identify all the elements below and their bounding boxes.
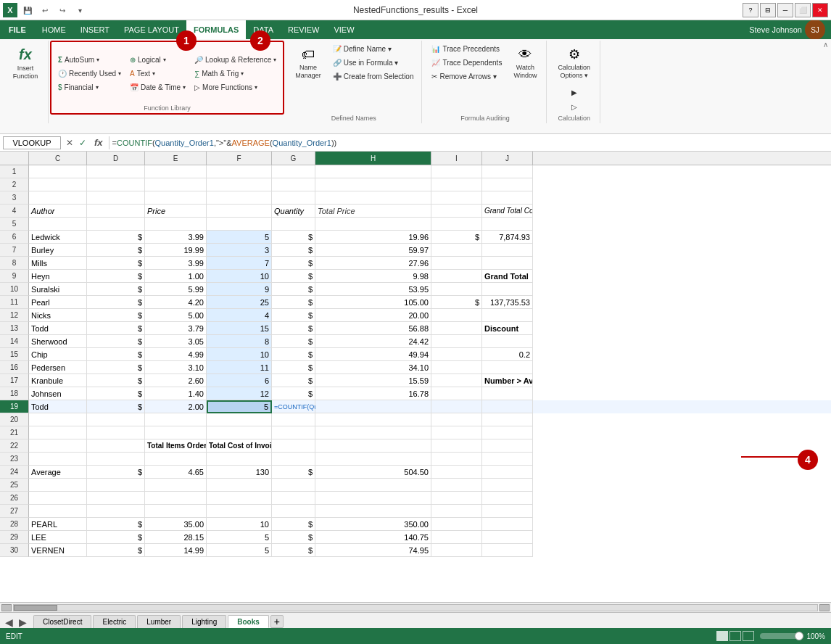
function-library-group: Σ AutoSum▾ 🕐 Recently Used▾ $ Financial▾ [50, 41, 284, 115]
table-row [29, 505, 831, 518]
create-from-selection-btn[interactable]: ➕ Create from Selection [329, 70, 418, 83]
ribbon-toggle-btn[interactable]: ⊟ [760, 3, 776, 17]
col-header-i[interactable]: I [431, 152, 482, 165]
more-functions-btn[interactable]: ▷ More Functions▾ [191, 80, 280, 94]
tab-closetdirect[interactable]: ClosetDirect [33, 615, 91, 628]
next-sheet-btn[interactable]: ▶ [17, 616, 29, 628]
normal-view-btn[interactable] [716, 631, 728, 641]
status-right: 100% [716, 631, 825, 641]
calc-now-btn[interactable]: ▶ [568, 86, 581, 99]
math-trig-btn[interactable]: ∑ Math & Trig▾ [191, 67, 280, 80]
cell-g2[interactable] [272, 178, 315, 191]
table-row: Ledwick $ 3.99 5 $ 19.96 $ 7,874.93 [29, 231, 831, 244]
cell-h2[interactable] [315, 178, 431, 191]
calc-options-btn[interactable]: ⚙ CalculationOptions ▾ [553, 42, 595, 84]
page-layout-view-btn[interactable] [729, 631, 741, 641]
page-break-view-btn[interactable] [743, 631, 754, 641]
cell-h1[interactable] [315, 165, 431, 178]
remove-arrows-btn[interactable]: ✂ Remove Arrows ▾ [428, 70, 505, 83]
col2-buttons: ⊕ Logical▾ A Text▾ 📅 Date & Time▾ [126, 44, 189, 103]
define-name-btn[interactable]: 📝 Define Name ▾ [329, 42, 418, 55]
cell-d1[interactable] [87, 165, 145, 178]
restore-btn[interactable]: ⬜ [795, 3, 811, 17]
logical-btn[interactable]: ⊕ Logical▾ [126, 53, 189, 66]
use-in-formula-btn[interactable]: 🔗 Use in Formula ▾ [329, 56, 418, 69]
autosum-btn[interactable]: Σ AutoSum▾ [54, 53, 125, 66]
insert-function-btn[interactable]: fx InsertFunction [7, 42, 44, 84]
undo-btn[interactable]: ↩ [38, 3, 52, 17]
menu-home[interactable]: HOME [35, 20, 73, 39]
user-avatar: SJ [805, 20, 825, 40]
cell-i1[interactable] [431, 165, 482, 178]
recently-used-btn[interactable]: 🕐 Recently Used▾ [54, 67, 125, 80]
menu-view[interactable]: VIEW [326, 20, 361, 39]
ribbon: fx InsertFunction Σ AutoSum▾ 🕐 Recently … [0, 39, 831, 134]
menu-insert[interactable]: INSERT [73, 20, 117, 39]
table-row: Average $ 4.65 130 $ 504.50 [29, 466, 831, 479]
add-sheet-btn[interactable]: + [270, 615, 284, 628]
col-header-j[interactable]: J [482, 152, 533, 165]
defined-names-group: 🏷 NameManager 📝 Define Name ▾ 🔗 Use in F… [286, 41, 422, 123]
cell-f1[interactable] [207, 165, 272, 178]
cell-e2[interactable] [145, 178, 207, 191]
cell-d2[interactable] [87, 178, 145, 191]
spreadsheet-body: 1 2 3 4 5 6 7 8 9 10 11 12 13 14 15 16 1… [0, 165, 831, 602]
table-row: Todd $ 2.00 5 =COUNTIF(Quantity_Order1, … [29, 400, 831, 413]
redo-btn[interactable]: ↪ [55, 3, 70, 17]
horizontal-scrollbar[interactable] [0, 602, 831, 612]
financial-btn[interactable]: $ Financial▾ [54, 80, 125, 94]
cell-f2[interactable] [207, 178, 272, 191]
table-row: Chip $ 4.99 10 $ 49.94 0.2 [29, 348, 831, 361]
cell-j1[interactable] [482, 165, 533, 178]
window-controls: ? ⊟ ─ ⬜ ✕ [743, 3, 828, 17]
table-row: Sherwood $ 3.05 8 $ 24.42 [29, 335, 831, 348]
name-manager-btn[interactable]: 🏷 NameManager [290, 42, 326, 84]
prev-sheet-btn[interactable]: ◀ [3, 616, 15, 628]
text-btn[interactable]: A Text▾ [126, 67, 189, 80]
tab-lumber[interactable]: Lumber [137, 615, 181, 628]
col-header-h[interactable]: H [315, 152, 431, 165]
fx-label: fx [91, 137, 106, 148]
ribbon-collapse-btn[interactable]: ∧ [823, 41, 828, 49]
col-header-f[interactable]: F [207, 152, 272, 165]
tab-books[interactable]: Books [228, 615, 269, 628]
col-header-g[interactable]: G [272, 152, 315, 165]
col-header-e[interactable]: E [145, 152, 207, 165]
trace-precedents-btn[interactable]: 📊 Trace Precedents [428, 42, 505, 55]
confirm-formula-btn[interactable]: ✓ [77, 138, 88, 148]
cell-j2[interactable] [482, 178, 533, 191]
formula-input[interactable]: =COUNTIF(Quantity_Order1,">"&AVERAGE(Qua… [112, 139, 828, 147]
date-time-btn[interactable]: 📅 Date & Time▾ [126, 80, 189, 94]
save-quick-btn[interactable]: 💾 [20, 3, 35, 17]
watch-window-btn[interactable]: 👁 WatchWindow [508, 42, 542, 84]
menu-review[interactable]: REVIEW [281, 20, 326, 39]
help-btn[interactable]: ? [743, 3, 758, 17]
col-header-c[interactable]: C [29, 152, 87, 165]
quick-access-dropdown[interactable]: ▾ [73, 3, 87, 17]
cell-g1[interactable] [272, 165, 315, 178]
cancel-formula-btn[interactable]: ✕ [64, 138, 75, 148]
calc-options-icon: ⚙ [569, 46, 580, 62]
table-row: Todd $ 3.79 15 $ 56.88 Discount [29, 322, 831, 335]
close-btn[interactable]: ✕ [812, 3, 828, 17]
tab-electric[interactable]: Electric [93, 615, 136, 628]
calc-sheet-btn[interactable]: ▷ [568, 100, 581, 113]
excel-icon: X [3, 3, 17, 17]
callout-2: 2 [250, 30, 270, 51]
cell-e1[interactable] [145, 165, 207, 178]
cell-c1[interactable] [29, 165, 87, 178]
tab-lighting[interactable]: Lighting [182, 615, 226, 628]
lookup-reference-btn[interactable]: 🔎 Lookup & Reference▾ [191, 53, 280, 66]
col-header-d[interactable]: D [87, 152, 145, 165]
minimize-btn[interactable]: ─ [777, 3, 793, 17]
tabs-bar: ◀ ▶ ClosetDirect Electric Lumber Lightin… [0, 612, 831, 628]
name-box[interactable] [3, 136, 61, 149]
zoom-slider[interactable] [760, 633, 803, 639]
cell-c2[interactable] [29, 178, 87, 191]
trace-dependents-btn[interactable]: 📈 Trace Dependents [428, 56, 505, 69]
menu-file[interactable]: FILE [0, 20, 35, 39]
cell-i2[interactable] [431, 178, 482, 191]
formula-auditing-label: Formula Auditing [460, 115, 510, 122]
menu-page-layout[interactable]: PAGE LAYOUT [117, 20, 186, 39]
table-row: Heyn $ 1.00 10 $ 9.98 Grand Total [29, 270, 831, 283]
